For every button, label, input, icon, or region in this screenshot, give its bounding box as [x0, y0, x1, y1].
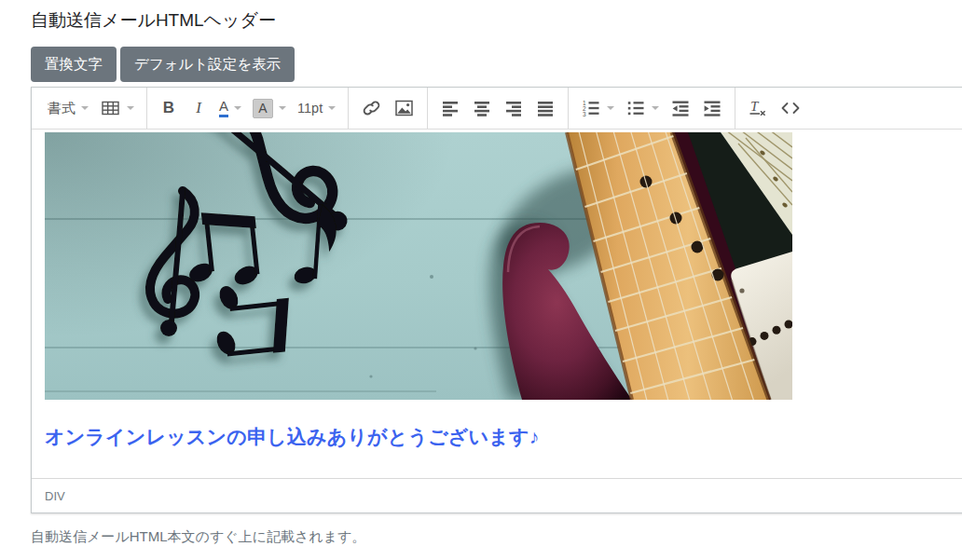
font-size-label: 11pt	[297, 101, 323, 116]
dropdown-caret-icon	[127, 106, 134, 110]
italic-icon: I	[196, 99, 201, 117]
toolbar-group-insert	[348, 88, 427, 129]
image-icon	[393, 98, 415, 118]
dropdown-caret-icon	[652, 106, 659, 110]
table-button[interactable]	[97, 93, 137, 123]
svg-text:3: 3	[583, 111, 586, 117]
svg-text:T: T	[750, 99, 760, 114]
code-button[interactable]	[776, 93, 804, 123]
helper-text: 自動送信メールHTML本文のすぐ上に記載されます。	[31, 528, 962, 546]
header-photo[interactable]	[45, 132, 792, 400]
dropdown-caret-icon	[328, 106, 336, 110]
link-button[interactable]	[358, 93, 385, 123]
forecolor-button[interactable]: A	[216, 93, 244, 123]
numbered-list-icon: 1 2 3	[581, 99, 601, 117]
link-icon	[361, 98, 382, 118]
page-title: 自動送信メールHTMLヘッダー	[31, 9, 962, 31]
editor-content-area[interactable]: オンラインレッスンの申し込みありがとうございます♪	[32, 130, 962, 478]
music-notes-guitar-photo	[45, 132, 792, 400]
dropdown-caret-icon	[607, 106, 614, 110]
element-path[interactable]: DIV	[45, 489, 65, 503]
align-left-icon	[440, 100, 460, 116]
indent-button[interactable]	[699, 93, 725, 123]
dropdown-caret-icon	[234, 106, 241, 110]
align-center-button[interactable]	[469, 93, 495, 123]
image-button[interactable]	[391, 93, 418, 123]
format-select[interactable]: 書式	[45, 93, 91, 123]
show-default-settings-button[interactable]: デフォルト設定を表示	[120, 47, 295, 82]
editor-status-bar: DIV	[32, 478, 962, 512]
replace-text-button[interactable]: 置換文字	[31, 47, 117, 82]
outdent-icon	[670, 99, 691, 117]
font-size-select[interactable]: 11pt	[295, 93, 338, 123]
bold-button[interactable]: B	[157, 93, 181, 123]
toolbar-group-align	[427, 88, 568, 129]
format-select-label: 書式	[48, 100, 76, 117]
indent-icon	[702, 99, 722, 117]
email-header-heading[interactable]: オンラインレッスンの申し込みありがとうございます♪	[45, 424, 962, 450]
justify-button[interactable]	[532, 93, 558, 123]
code-icon	[779, 100, 802, 116]
numbered-list-button[interactable]: 1 2 3	[578, 93, 617, 123]
bullet-list-button[interactable]	[623, 93, 662, 123]
align-right-button[interactable]	[501, 93, 527, 123]
editor-toolbar: 書式 B I	[32, 88, 962, 130]
outdent-button[interactable]	[667, 93, 694, 123]
bold-icon: B	[163, 99, 174, 117]
toolbar-group-text-style: B I A A 11pt	[146, 88, 348, 129]
backcolor-icon: A	[253, 99, 273, 118]
clear-formatting-button[interactable]: T	[745, 93, 771, 123]
bullet-list-icon	[625, 99, 646, 117]
html-editor: 書式 B I	[31, 87, 962, 513]
toolbar-group-format: 書式	[35, 88, 146, 129]
backcolor-button[interactable]: A	[250, 93, 289, 123]
action-button-row: 置換文字 デフォルト設定を表示	[31, 47, 962, 82]
clear-formatting-icon: T	[748, 98, 768, 118]
table-icon	[100, 98, 121, 118]
align-left-button[interactable]	[437, 93, 463, 123]
toolbar-group-misc: T	[735, 88, 814, 129]
dropdown-caret-icon	[81, 106, 89, 110]
align-center-icon	[472, 100, 492, 116]
align-right-icon	[503, 100, 524, 116]
italic-button[interactable]: I	[186, 93, 211, 123]
toolbar-group-lists: 1 2 3	[568, 88, 735, 129]
dropdown-caret-icon	[279, 106, 286, 110]
forecolor-icon: A	[219, 99, 228, 117]
justify-icon	[535, 100, 556, 116]
